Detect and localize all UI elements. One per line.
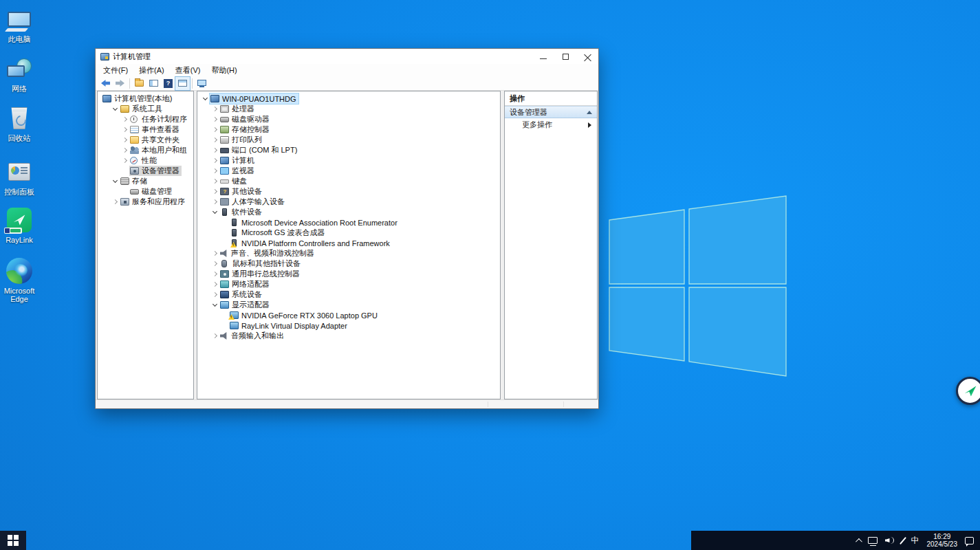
maximize-button[interactable] [554,49,576,64]
export-list-button[interactable] [132,77,146,90]
tree-item-body[interactable]: 计算机 [219,155,257,166]
chevron-right-icon[interactable] [211,155,219,166]
properties-button[interactable] [175,77,190,90]
chevron-right-icon[interactable] [211,124,219,135]
clock[interactable]: 16:29 2024/5/23 [927,533,958,548]
console-tree-item[interactable]: 本地用户和组 [98,145,193,155]
device-tree-item[interactable]: 存储控制器 [197,124,500,135]
console-tree-item[interactable]: 共享文件夹 [98,135,193,145]
pen-icon[interactable] [900,536,906,544]
desktop-icon-control-panel[interactable]: 控制面板 [1,158,37,196]
console-tree-item[interactable]: 事件查看器 [98,124,193,135]
device-tree-item[interactable]: 磁盘驱动器 [197,114,500,124]
chevron-right-icon[interactable] [211,197,219,207]
device-tree-item[interactable]: 打印队列 [197,135,500,145]
menu-help[interactable]: 帮助(H) [206,64,242,76]
tree-item-body[interactable]: Microsoft Device Association Root Enumer… [229,217,400,228]
chevron-right-icon[interactable] [211,104,219,114]
chevron-right-icon[interactable] [211,176,219,186]
tree-item-body[interactable]: 本地用户和组 [129,145,189,155]
start-button[interactable] [0,531,26,550]
tree-item-body[interactable]: 打印队列 [219,135,264,145]
chevron-down-icon[interactable] [111,104,120,114]
device-tree-item[interactable]: 显示适配器 [197,300,500,310]
device-tree-item[interactable]: Microsoft GS 波表合成器 [197,228,500,238]
tree-item-body[interactable]: 计算机管理(本地) [102,94,174,104]
device-tree-item[interactable]: 鼠标和其他指针设备 [197,258,500,269]
action-center-icon[interactable] [965,537,974,544]
console-tree-item[interactable]: 性能 [98,155,193,166]
device-tree-item[interactable]: 软件设备 [197,207,500,217]
more-actions-item[interactable]: 更多操作 [505,118,597,131]
tree-item-body[interactable]: WIN-0PUAO1UTHDG [210,94,298,104]
collapse-icon[interactable] [587,111,592,114]
device-tree-item[interactable]: 网络适配器 [197,279,500,289]
tree-item-body[interactable]: 键盘 [219,176,249,186]
device-tree-item[interactable]: 其他设备 [197,186,500,197]
forward-button[interactable] [113,77,127,90]
device-tree-item[interactable]: 键盘 [197,176,500,186]
tree-item-body[interactable]: NVIDIA GeForce RTX 3060 Laptop GPU [229,310,380,320]
chevron-right-icon[interactable] [121,114,129,124]
volume-icon[interactable] [885,536,895,544]
chevron-right-icon[interactable] [211,248,219,258]
chevron-down-icon[interactable] [211,207,219,217]
tree-item-body[interactable]: 声音、视频和游戏控制器 [219,248,316,258]
console-tree-item[interactable]: 磁盘管理 [98,186,193,197]
tree-item-body[interactable]: 鼠标和其他指针设备 [219,258,303,269]
tree-item-body[interactable]: RayLink Virtual Display Adapter [229,320,349,331]
chevron-right-icon[interactable] [211,166,219,176]
tree-item-body[interactable]: 网络适配器 [219,279,272,289]
tree-item-body[interactable]: 任务计划程序 [129,114,189,124]
chevron-right-icon[interactable] [121,124,129,135]
device-tree-item[interactable]: RayLink Virtual Display Adapter [197,320,500,331]
chevron-right-icon[interactable] [211,289,219,300]
console-tree-item[interactable]: 计算机管理(本地) [98,94,193,104]
menu-view[interactable]: 查看(V) [170,64,206,76]
device-tree-item[interactable]: 人体学输入设备 [197,197,500,207]
tree-item-body[interactable]: 共享文件夹 [129,135,182,145]
device-tree-item[interactable]: 声音、视频和游戏控制器 [197,248,500,258]
chevron-right-icon[interactable] [211,258,219,269]
chevron-right-icon[interactable] [211,135,219,145]
tree-item-body[interactable]: 服务和应用程序 [120,197,187,207]
chevron-right-icon[interactable] [211,114,219,124]
desktop-icon-this-pc[interactable]: 此电脑 [1,6,37,43]
tree-item-body[interactable]: Microsoft GS 波表合成器 [229,228,327,238]
desktop-icon-recycle-bin[interactable]: 回收站 [1,104,37,142]
tree-item-body[interactable]: 磁盘管理 [129,186,174,197]
tree-item-body[interactable]: 系统设备 [219,289,264,300]
desktop-icon-network[interactable]: 网络 [1,55,37,93]
ime-indicator[interactable]: 中 [911,535,919,547]
console-tree-item[interactable]: 系统工具 [98,104,193,114]
device-tree-item[interactable]: NVIDIA GeForce RTX 3060 Laptop GPU [197,310,500,320]
tree-item-body[interactable]: 音频输入和输出 [219,331,286,341]
tree-item-body[interactable]: 软件设备 [219,207,264,217]
chevron-right-icon[interactable] [121,135,129,145]
chevron-right-icon[interactable] [111,197,120,207]
chevron-right-icon[interactable] [121,145,129,155]
back-button[interactable] [98,77,113,90]
tree-item-body[interactable]: 处理器 [219,104,257,114]
tree-item-body[interactable]: 磁盘驱动器 [219,114,272,124]
titlebar[interactable]: 计算机管理 [96,49,598,64]
device-tree-item[interactable]: NVIDIA Platform Controllers and Framewor… [197,238,500,248]
chevron-right-icon[interactable] [211,331,219,341]
tree-item-body[interactable]: 事件查看器 [129,124,182,135]
device-tree-item[interactable]: Microsoft Device Association Root Enumer… [197,217,500,228]
menu-file[interactable]: 文件(F) [98,64,133,76]
tree-item-body[interactable]: 存储 [120,176,149,186]
device-tree-item[interactable]: 端口 (COM 和 LPT) [197,145,500,155]
raylink-assist-button[interactable] [956,377,980,405]
actions-group-device-manager[interactable]: 设备管理器 [505,106,597,118]
chevron-down-icon[interactable] [111,176,120,186]
chevron-right-icon[interactable] [211,186,219,197]
console-tree-item[interactable]: 设备管理器 [98,166,193,176]
device-tree-item[interactable]: WIN-0PUAO1UTHDG [197,94,500,104]
device-tree-item[interactable]: 处理器 [197,104,500,114]
chevron-down-icon[interactable] [211,300,219,310]
device-tree-item[interactable]: 系统设备 [197,289,500,300]
console-tree-item[interactable]: 服务和应用程序 [98,197,193,207]
tree-item-body[interactable]: 监视器 [219,166,257,176]
tree-item-body[interactable]: 性能 [129,155,159,166]
